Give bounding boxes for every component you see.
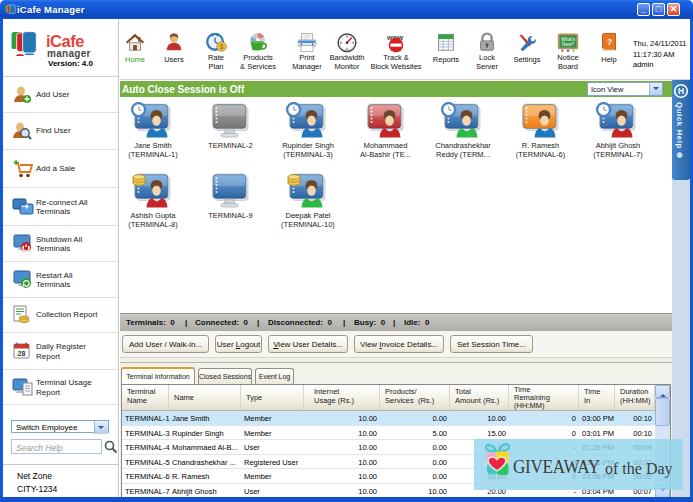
svg-text:H: H bbox=[678, 86, 684, 96]
svg-text:$: $ bbox=[220, 43, 224, 50]
svg-text:New?: New? bbox=[562, 42, 574, 47]
svg-text:?: ? bbox=[607, 37, 612, 47]
svg-text:28: 28 bbox=[18, 350, 26, 357]
